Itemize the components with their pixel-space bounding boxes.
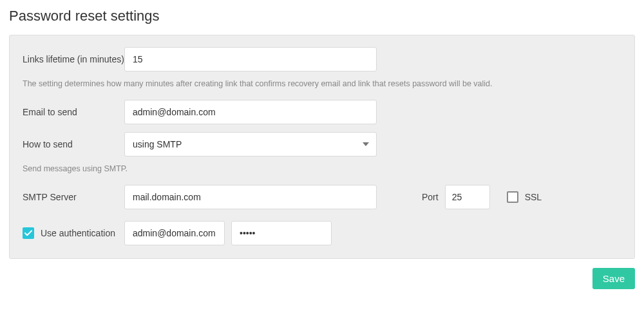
links-lifetime-input[interactable] <box>124 47 377 71</box>
auth-row: Use authentication <box>23 221 621 245</box>
auth-username-input[interactable] <box>124 221 225 245</box>
page-title: Password reset settings <box>9 8 635 24</box>
smtp-server-label: SMTP Server <box>23 191 124 204</box>
links-lifetime-label: Links lifetime (in minutes) <box>23 53 124 66</box>
use-auth-checkbox[interactable] <box>23 227 34 239</box>
email-to-send-input[interactable] <box>124 100 377 124</box>
how-to-send-hint: Send messages using SMTP. <box>23 164 621 173</box>
email-to-send-label: Email to send <box>23 106 124 118</box>
footer: Save <box>9 268 635 289</box>
how-to-send-select[interactable]: using SMTP <box>124 132 377 156</box>
save-button[interactable]: Save <box>592 268 635 289</box>
auth-password-input[interactable] <box>231 221 332 245</box>
smtp-server-input[interactable] <box>124 185 377 209</box>
how-to-send-row: How to send using SMTP <box>23 132 621 156</box>
port-input[interactable] <box>445 185 490 209</box>
email-to-send-row: Email to send <box>23 100 621 124</box>
links-lifetime-hint: The setting determines how many minutes … <box>23 79 621 88</box>
check-icon <box>24 230 32 236</box>
how-to-send-label: How to send <box>23 138 124 151</box>
smtp-row: SMTP Server Port SSL <box>23 185 621 209</box>
port-label: Port <box>422 192 439 202</box>
links-lifetime-row: Links lifetime (in minutes) <box>23 47 621 71</box>
how-to-send-value: using SMTP <box>133 139 182 149</box>
use-auth-label: Use authentication <box>41 228 115 238</box>
ssl-label: SSL <box>525 192 542 202</box>
settings-panel: Links lifetime (in minutes) The setting … <box>9 35 635 259</box>
ssl-checkbox[interactable] <box>507 191 518 203</box>
